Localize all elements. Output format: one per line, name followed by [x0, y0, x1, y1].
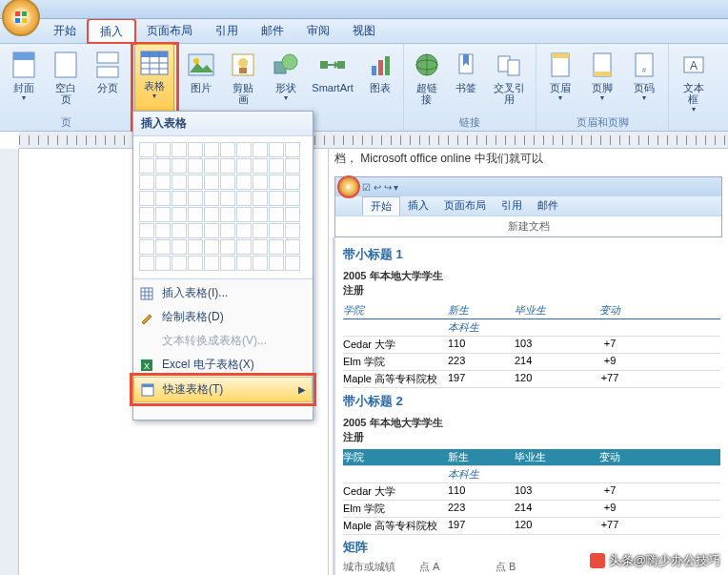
grid-cell[interactable] [204, 175, 219, 190]
grid-cell[interactable] [220, 175, 235, 190]
table-size-grid[interactable] [133, 136, 313, 277]
grid-cell[interactable] [253, 142, 268, 157]
grid-cell[interactable] [285, 175, 300, 190]
grid-cell[interactable] [220, 223, 235, 238]
grid-cell[interactable] [172, 207, 187, 222]
grid-cell[interactable] [269, 175, 284, 190]
tab-review[interactable]: 审阅 [295, 19, 341, 43]
grid-cell[interactable] [253, 158, 268, 174]
grid-cell[interactable] [253, 239, 268, 255]
grid-cell[interactable] [285, 256, 300, 271]
wordart-button[interactable]: 文 [716, 46, 728, 117]
mini-office-button[interactable] [339, 177, 358, 196]
grid-cell[interactable] [285, 158, 300, 174]
mini-tab-home[interactable]: 开始 [362, 196, 400, 216]
mini-qat[interactable]: ☑ ↩ ↪ ▾ [362, 182, 398, 193]
grid-cell[interactable] [172, 158, 187, 174]
grid-cell[interactable] [155, 207, 171, 222]
grid-cell[interactable] [285, 223, 300, 238]
grid-cell[interactable] [253, 175, 268, 190]
grid-cell[interactable] [188, 175, 203, 190]
header-button[interactable]: 页眉▾ [540, 46, 580, 115]
menu-insert-table[interactable]: 插入表格(I)... [133, 281, 313, 305]
grid-cell[interactable] [269, 191, 284, 206]
tab-pagelayout[interactable]: 页面布局 [135, 19, 204, 43]
grid-cell[interactable] [236, 175, 252, 190]
grid-cell[interactable] [220, 142, 235, 157]
grid-cell[interactable] [139, 142, 154, 157]
grid-cell[interactable] [236, 191, 252, 206]
grid-cell[interactable] [285, 207, 300, 222]
grid-cell[interactable] [139, 223, 154, 238]
grid-cell[interactable] [204, 207, 219, 222]
grid-cell[interactable] [172, 239, 187, 255]
tab-mailings[interactable]: 邮件 [250, 19, 295, 43]
page-break-button[interactable]: 分页 [88, 46, 128, 115]
grid-cell[interactable] [285, 142, 300, 157]
grid-cell[interactable] [220, 207, 235, 222]
grid-cell[interactable] [139, 175, 154, 190]
grid-cell[interactable] [204, 158, 219, 174]
grid-cell[interactable] [139, 239, 154, 255]
tab-view[interactable]: 视图 [341, 19, 387, 43]
grid-cell[interactable] [172, 191, 187, 206]
cover-page-button[interactable]: 封面▾ [4, 46, 44, 115]
blank-page-button[interactable]: 空白页 [46, 46, 87, 115]
table-button[interactable]: 表格▾ [134, 44, 174, 115]
grid-cell[interactable] [188, 191, 203, 206]
grid-cell[interactable] [285, 239, 300, 255]
grid-cell[interactable] [236, 223, 252, 238]
grid-cell[interactable] [220, 239, 235, 255]
grid-cell[interactable] [172, 142, 187, 157]
grid-cell[interactable] [139, 207, 154, 222]
menu-quick-tables[interactable]: 快速表格(T)▶ [133, 377, 313, 402]
page-number-button[interactable]: #页码▾ [624, 46, 664, 115]
grid-cell[interactable] [155, 256, 171, 271]
mini-tab-insert[interactable]: 插入 [400, 196, 436, 216]
chart-button[interactable]: 图表 [360, 46, 400, 115]
mini-tab-layout[interactable]: 页面布局 [436, 196, 494, 216]
grid-cell[interactable] [139, 158, 154, 174]
grid-cell[interactable] [155, 142, 171, 157]
grid-cell[interactable] [236, 239, 252, 255]
grid-cell[interactable] [236, 256, 252, 271]
footer-button[interactable]: 页脚▾ [582, 46, 622, 115]
grid-cell[interactable] [188, 239, 203, 255]
grid-cell[interactable] [155, 239, 171, 255]
grid-cell[interactable] [236, 142, 252, 157]
mini-tab-ref[interactable]: 引用 [494, 196, 530, 216]
grid-cell[interactable] [188, 256, 203, 271]
grid-cell[interactable] [253, 256, 268, 271]
text-box-button[interactable]: A文本框▾ [673, 46, 714, 117]
grid-cell[interactable] [269, 142, 284, 157]
grid-cell[interactable] [220, 158, 235, 174]
grid-cell[interactable] [188, 207, 203, 222]
grid-cell[interactable] [188, 158, 203, 174]
grid-cell[interactable] [269, 207, 284, 222]
grid-cell[interactable] [236, 158, 252, 174]
grid-cell[interactable] [220, 256, 235, 271]
bookmark-button[interactable]: 书签 [447, 46, 483, 115]
grid-cell[interactable] [155, 175, 171, 190]
tab-home[interactable]: 开始 [42, 19, 88, 43]
grid-cell[interactable] [204, 142, 219, 157]
grid-cell[interactable] [188, 142, 203, 157]
grid-cell[interactable] [172, 175, 187, 190]
shapes-button[interactable]: 形状▾ [266, 46, 306, 115]
grid-cell[interactable] [220, 191, 235, 206]
grid-cell[interactable] [139, 256, 154, 271]
picture-button[interactable]: 图片 [181, 46, 221, 115]
grid-cell[interactable] [204, 191, 219, 206]
grid-cell[interactable] [139, 191, 154, 206]
menu-excel-spreadsheet[interactable]: XExcel 电子表格(X) [133, 353, 313, 377]
grid-cell[interactable] [155, 158, 171, 174]
grid-cell[interactable] [236, 207, 252, 222]
smartart-button[interactable]: SmartArt [307, 46, 357, 115]
grid-cell[interactable] [269, 239, 284, 255]
mini-tab-mail[interactable]: 邮件 [530, 196, 566, 216]
grid-cell[interactable] [172, 223, 187, 238]
cross-reference-button[interactable]: 交叉引用 [486, 46, 533, 115]
tab-references[interactable]: 引用 [204, 19, 250, 43]
grid-cell[interactable] [172, 256, 187, 271]
grid-cell[interactable] [269, 158, 284, 174]
